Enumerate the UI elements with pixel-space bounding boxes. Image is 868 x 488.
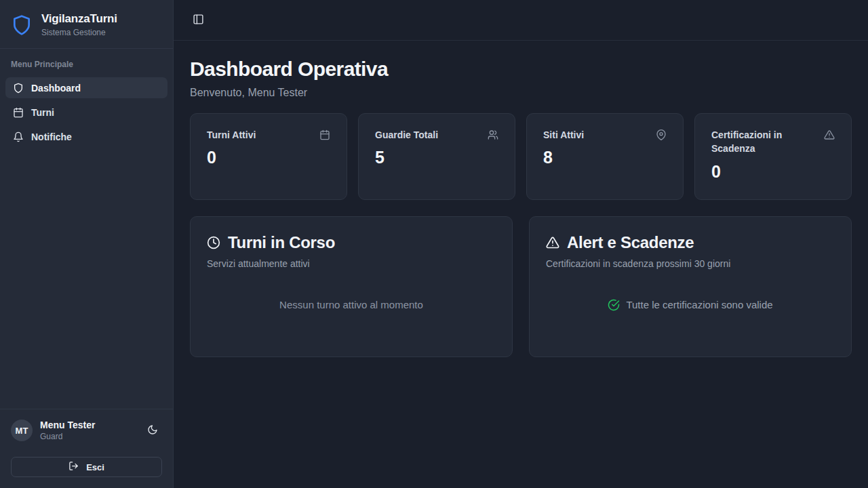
stat-value: 0 — [207, 148, 330, 167]
stat-value: 0 — [711, 162, 835, 182]
panel-title: Alert e Scadenze — [567, 233, 694, 252]
sidebar-toggle-button[interactable] — [189, 11, 208, 30]
alert-triangle-icon — [546, 236, 559, 249]
stat-card-guardie-totali: Guardie Totali 5 — [358, 113, 515, 200]
app-window: VigilanzaTurni Sistema Gestione Menu Pri… — [0, 0, 868, 488]
user-role: Guard — [40, 432, 95, 441]
page-content: Dashboard Operativa Benvenuto, Menu Test… — [174, 41, 868, 373]
panel-left-icon — [193, 14, 204, 27]
panels-grid: Turni in Corso Servizi attualmente attiv… — [190, 216, 852, 357]
sidebar: VigilanzaTurni Sistema Gestione Menu Pri… — [0, 0, 174, 488]
sidebar-item-label: Dashboard — [31, 83, 81, 94]
clock-icon — [207, 236, 220, 249]
stat-card-turni-attivi: Turni Attivi 0 — [190, 113, 347, 200]
sidebar-item-dashboard[interactable]: Dashboard — [5, 77, 167, 98]
user-meta: Menu Tester Guard — [40, 420, 95, 441]
logout-icon — [68, 461, 79, 473]
certifications-valid-row: Tutte le certificazioni sono valide — [608, 299, 772, 311]
map-pin-icon — [656, 129, 667, 140]
sidebar-footer: MT Menu Tester Guard Esci — [0, 409, 173, 488]
shield-logo-icon — [11, 14, 33, 36]
app-title: VigilanzaTurni — [41, 12, 117, 26]
sidebar-item-notifiche[interactable]: Notifiche — [5, 126, 167, 147]
stat-label: Turni Attivi — [207, 128, 256, 142]
status-text: Tutte le certificazioni sono valide — [626, 299, 772, 310]
welcome-text: Benvenuto, Menu Tester — [190, 87, 852, 99]
stat-label: Certificazioni in Scadenza — [711, 128, 817, 156]
sidebar-header: VigilanzaTurni Sistema Gestione — [0, 0, 173, 49]
page-title: Dashboard Operativa — [190, 57, 852, 81]
calendar-icon — [319, 129, 330, 140]
moon-icon — [147, 424, 158, 437]
stat-card-certificazioni: Certificazioni in Scadenza 0 — [694, 113, 852, 200]
user-name: Menu Tester — [40, 420, 95, 430]
sidebar-item-label: Turni — [31, 107, 54, 118]
panel-title: Turni in Corso — [228, 233, 335, 252]
stats-grid: Turni Attivi 0 Guardie Totali 5 Siti Att… — [190, 113, 852, 200]
stat-label: Siti Attivi — [543, 128, 584, 142]
sidebar-nav: Menu Principale Dashboard Turni Notifich… — [0, 49, 173, 409]
stat-card-siti-attivi: Siti Attivi 8 — [526, 113, 684, 200]
theme-toggle-button[interactable] — [143, 421, 162, 440]
panel-turni-in-corso: Turni in Corso Servizi attualmente attiv… — [190, 216, 513, 357]
panel-subtitle: Servizi attualmente attivi — [207, 258, 496, 269]
stat-value: 8 — [543, 148, 667, 167]
stat-value: 5 — [375, 148, 498, 167]
nav-section-label: Menu Principale — [5, 60, 167, 77]
stat-label: Guardie Totali — [375, 128, 438, 142]
sidebar-item-turni[interactable]: Turni — [5, 102, 167, 123]
logout-button[interactable]: Esci — [11, 457, 162, 477]
topbar — [174, 0, 868, 41]
shield-icon — [13, 83, 24, 94]
users-icon — [488, 129, 498, 140]
app-subtitle: Sistema Gestione — [41, 28, 117, 37]
bell-icon — [13, 131, 24, 142]
panel-alert-scadenze: Alert e Scadenze Certificazioni in scade… — [529, 216, 852, 357]
user-row: MT Menu Tester Guard — [11, 420, 162, 441]
sidebar-item-label: Notifiche — [31, 131, 72, 142]
avatar: MT — [11, 420, 33, 441]
calendar-icon — [13, 107, 24, 118]
logout-label: Esci — [86, 462, 104, 472]
check-circle-icon — [608, 299, 620, 311]
alert-triangle-icon — [824, 129, 835, 140]
panel-subtitle: Certificazioni in scadenza prossimi 30 g… — [546, 258, 835, 269]
main-area: Dashboard Operativa Benvenuto, Menu Test… — [174, 0, 868, 488]
app-title-block: VigilanzaTurni Sistema Gestione — [41, 12, 117, 37]
empty-state-text: Nessun turno attivo al momento — [279, 299, 423, 310]
